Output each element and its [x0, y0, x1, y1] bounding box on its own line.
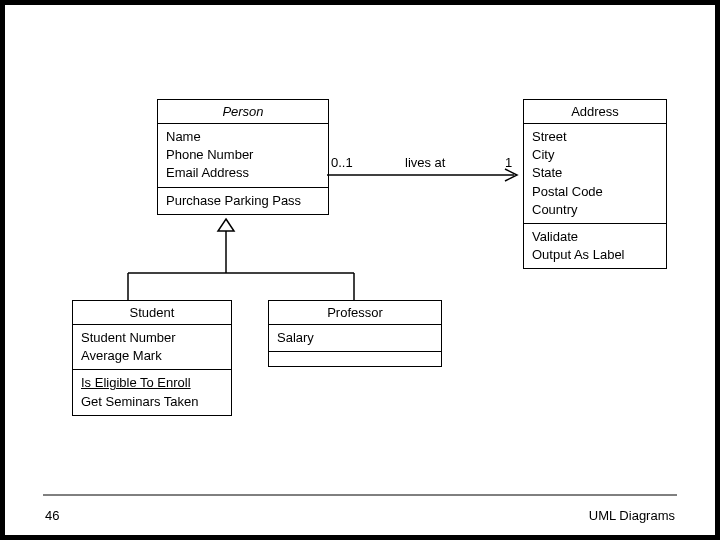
connectors-svg: [5, 5, 715, 535]
footer-caption: UML Diagrams: [589, 508, 675, 523]
class-attributes-person: Name Phone Number Email Address: [158, 124, 328, 188]
svg-marker-1: [218, 219, 234, 231]
multiplicity-right: 1: [505, 155, 512, 170]
slide-frame: Person Name Phone Number Email Address P…: [0, 0, 720, 540]
attribute-row: Student Number: [81, 329, 223, 347]
class-person: Person Name Phone Number Email Address P…: [157, 99, 329, 215]
attribute-row: State: [532, 164, 658, 182]
attribute-row: Name: [166, 128, 320, 146]
operation-row: Output As Label: [532, 246, 658, 264]
association-label: lives at: [405, 155, 445, 170]
class-operations-professor: [269, 352, 441, 366]
attribute-row: City: [532, 146, 658, 164]
class-student: Student Student Number Average Mark Is E…: [72, 300, 232, 416]
class-operations-person: Purchase Parking Pass: [158, 188, 328, 214]
class-operations-student: Is Eligible To Enroll Get Seminars Taken: [73, 370, 231, 414]
class-address: Address Street City State Postal Code Co…: [523, 99, 667, 269]
operation-row: Get Seminars Taken: [81, 393, 223, 411]
class-title-student: Student: [73, 301, 231, 325]
class-operations-address: Validate Output As Label: [524, 224, 666, 268]
attribute-row: Street: [532, 128, 658, 146]
class-attributes-student: Student Number Average Mark: [73, 325, 231, 370]
operation-row: Is Eligible To Enroll: [81, 374, 223, 392]
class-attributes-address: Street City State Postal Code Country: [524, 124, 666, 224]
multiplicity-left: 0..1: [331, 155, 353, 170]
attribute-row: Salary: [277, 329, 433, 347]
operation-row: Purchase Parking Pass: [166, 192, 320, 210]
class-title-address: Address: [524, 100, 666, 124]
attribute-row: Postal Code: [532, 183, 658, 201]
attribute-row: Average Mark: [81, 347, 223, 365]
class-professor: Professor Salary: [268, 300, 442, 367]
attribute-row: Email Address: [166, 164, 320, 182]
attribute-row: Country: [532, 201, 658, 219]
class-attributes-professor: Salary: [269, 325, 441, 352]
class-title-professor: Professor: [269, 301, 441, 325]
class-title-person: Person: [158, 100, 328, 124]
attribute-row: Phone Number: [166, 146, 320, 164]
operation-row: Validate: [532, 228, 658, 246]
page-number: 46: [45, 508, 59, 523]
